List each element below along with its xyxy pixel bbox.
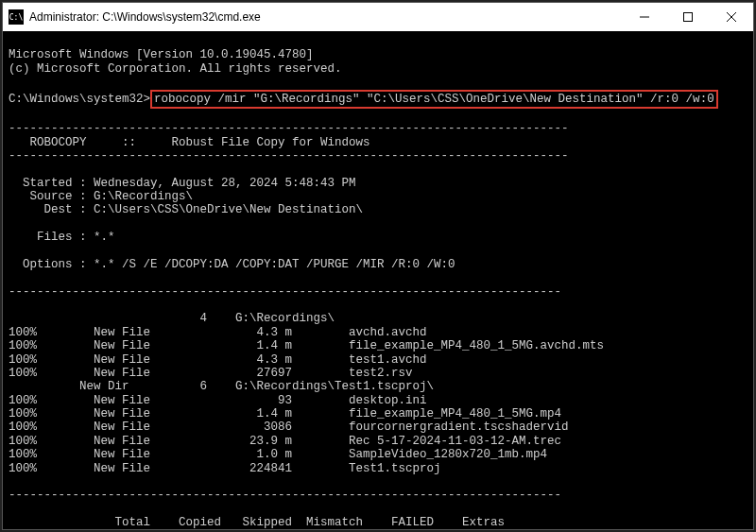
dest-line: Dest : C:\Users\CSS\OneDrive\New Destina… — [9, 203, 363, 216]
file-row: 100% New File 23.9 m Rec 5-17-2024-11-03… — [9, 435, 561, 448]
dir-line: 4 G:\Recordings\ — [9, 312, 335, 325]
divider: ----------------------------------------… — [9, 285, 561, 299]
summary-header: Total Copied Skipped Mismatch FAILED Ext… — [9, 516, 505, 529]
options-line: Options : *.* /S /E /DCOPY:DA /COPY:DAT … — [9, 258, 455, 271]
started-line: Started : Wednesday, August 28, 2024 5:4… — [9, 177, 356, 190]
copyright-line: (c) Microsoft Corporation. All rights re… — [9, 62, 342, 76]
minimize-button[interactable] — [623, 3, 666, 31]
divider: ----------------------------------------… — [9, 122, 569, 135]
file-row: 100% New File 1.4 m file_example_MP4_480… — [9, 339, 604, 352]
dir-line: New Dir 6 G:\Recordings\Test1.tscproj\ — [9, 380, 434, 393]
cmd-window: C:\ Administrator: C:\Windows\system32\c… — [2, 2, 754, 530]
file-row: 100% New File 4.3 m avchd.avchd — [9, 326, 427, 339]
window-title: Administrator: C:\Windows\system32\cmd.e… — [29, 10, 623, 24]
divider: ----------------------------------------… — [9, 149, 569, 163]
file-row: 100% New File 93 desktop.ini — [9, 394, 427, 407]
file-row: 100% New File 1.0 m SampleVideo_1280x720… — [9, 448, 547, 461]
source-line: Source : G:\Recordings\ — [9, 190, 193, 203]
close-button[interactable] — [710, 3, 753, 31]
robocopy-header: ROBOCOPY :: Robust File Copy for Windows — [9, 136, 370, 149]
file-row: 100% New File 224841 Test1.tscproj — [9, 462, 441, 475]
prompt: C:\Windows\system32> — [9, 93, 150, 106]
file-row: 100% New File 1.4 m file_example_MP4_480… — [9, 407, 561, 420]
svg-rect-1 — [684, 13, 693, 22]
terminal-output[interactable]: Microsoft Windows [Version 10.0.19045.47… — [3, 31, 753, 529]
maximize-button[interactable] — [666, 3, 710, 31]
command-highlight: robocopy /mir "G:\Recordings" "C:\Users\… — [150, 90, 718, 109]
file-row: 100% New File 27697 test2.rsv — [9, 367, 413, 380]
file-row: 100% New File 4.3 m test1.avchd — [9, 353, 427, 367]
window-controls — [623, 3, 753, 31]
files-line: Files : *.* — [9, 231, 115, 244]
cmd-icon: C:\ — [9, 9, 24, 25]
titlebar[interactable]: C:\ Administrator: C:\Windows\system32\c… — [3, 3, 753, 31]
file-row: 100% New File 3086 fourcornergradient.ts… — [9, 420, 569, 434]
version-line: Microsoft Windows [Version 10.0.19045.47… — [9, 48, 314, 61]
divider: ----------------------------------------… — [9, 489, 561, 502]
